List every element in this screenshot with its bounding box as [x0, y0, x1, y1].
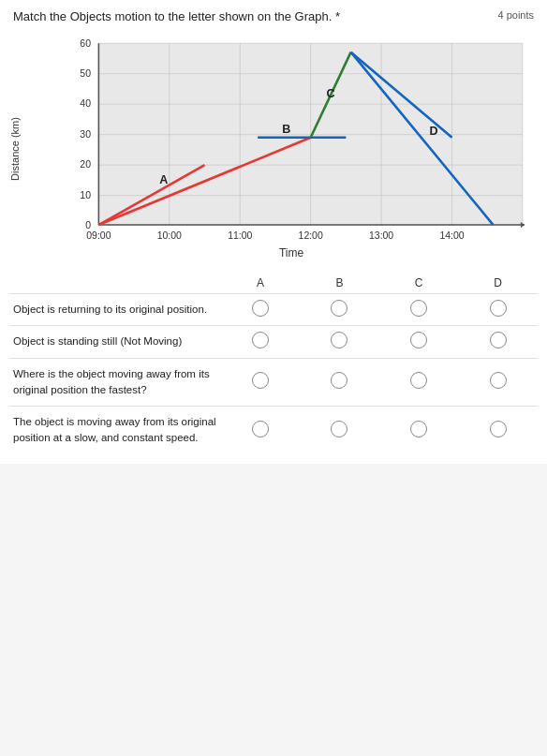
radio-cell-r2-c[interactable] [379, 358, 459, 407]
radio-btn-r2-b[interactable] [331, 372, 347, 389]
svg-text:50: 50 [80, 68, 91, 79]
question-text: Object is standing still (Not Moving) [9, 326, 221, 358]
table-row: Where is the object moving away from its… [9, 358, 538, 407]
svg-text:B: B [282, 123, 290, 136]
radio-cell-r2-d[interactable] [458, 358, 538, 407]
table-header-c: C [379, 271, 459, 294]
svg-text:14:00: 14:00 [439, 230, 464, 241]
radio-cell-r3-a[interactable] [221, 407, 301, 454]
svg-text:10: 10 [80, 190, 91, 200]
table-row: Object is standing still (Not Moving) [9, 326, 538, 358]
svg-text:0: 0 [85, 220, 91, 230]
svg-text:20: 20 [80, 159, 91, 170]
radio-btn-r0-b[interactable] [331, 300, 347, 317]
svg-text:12:00: 12:00 [299, 230, 323, 241]
radio-cell-r2-a[interactable] [221, 358, 301, 407]
svg-text:D: D [429, 125, 437, 138]
svg-text:40: 40 [80, 98, 91, 109]
table-header-d: D [458, 271, 538, 294]
table-row: The object is moving away from its origi… [9, 407, 538, 454]
svg-text:60: 60 [80, 38, 91, 49]
radio-btn-r3-d[interactable] [490, 421, 507, 437]
radio-cell-r3-d[interactable] [458, 407, 538, 454]
radio-btn-r0-c[interactable] [410, 300, 427, 317]
radio-btn-r1-c[interactable] [410, 332, 427, 348]
radio-cell-r1-d[interactable] [458, 326, 538, 358]
radio-btn-r0-d[interactable] [490, 300, 507, 317]
page-header: Match the Objects motion to the letter s… [0, 0, 547, 29]
radio-btn-r2-a[interactable] [252, 372, 269, 389]
radio-cell-r1-a[interactable] [221, 326, 301, 358]
chart-svg: 0 10 20 30 40 50 60 09:00 10:00 11:00 12… [49, 38, 545, 245]
question-text: Where is the object moving away from its… [9, 358, 221, 407]
radio-cell-r2-b[interactable] [300, 358, 379, 407]
radio-cell-r3-c[interactable] [379, 407, 459, 454]
radio-cell-r3-b[interactable] [300, 407, 379, 454]
svg-text:A: A [159, 173, 168, 186]
table-header-b: B [300, 271, 379, 294]
svg-text:13:00: 13:00 [369, 230, 393, 241]
radio-btn-r1-b[interactable] [331, 332, 347, 348]
chart-area: Distance (km) [0, 29, 547, 271]
page-title: Match the Objects motion to the letter s… [13, 9, 340, 23]
radio-btn-r1-d[interactable] [490, 332, 507, 348]
svg-text:11:00: 11:00 [228, 230, 252, 241]
svg-text:09:00: 09:00 [86, 230, 111, 241]
table-row: Object is returning to its original posi… [9, 294, 538, 326]
table-header-question [9, 271, 221, 294]
svg-text:C: C [326, 87, 334, 100]
radio-table: A B C D Object is returning to its origi… [9, 271, 538, 454]
radio-btn-r3-c[interactable] [410, 421, 427, 437]
points-label: 4 points [497, 9, 534, 21]
question-text: Object is returning to its original posi… [9, 294, 221, 326]
radio-btn-r0-a[interactable] [252, 300, 269, 317]
y-axis-label: Distance (km) [9, 117, 21, 181]
radio-cell-r0-a[interactable] [221, 294, 301, 326]
radio-cell-r1-c[interactable] [379, 326, 459, 358]
radio-cell-r1-b[interactable] [300, 326, 379, 358]
svg-text:10:00: 10:00 [157, 230, 182, 241]
radio-btn-r3-a[interactable] [252, 421, 269, 437]
x-axis-label: Time [49, 246, 534, 259]
radio-cell-r0-c[interactable] [379, 294, 459, 326]
radio-cell-r0-b[interactable] [300, 294, 379, 326]
radio-cell-r0-d[interactable] [458, 294, 538, 326]
radio-btn-r1-a[interactable] [252, 332, 269, 348]
radio-btn-r2-d[interactable] [490, 372, 507, 389]
question-text: The object is moving away from its origi… [9, 407, 221, 454]
radio-btn-r2-c[interactable] [410, 372, 427, 389]
table-section: A B C D Object is returning to its origi… [0, 271, 547, 464]
svg-text:30: 30 [80, 129, 91, 140]
radio-btn-r3-b[interactable] [331, 421, 347, 437]
table-header-a: A [221, 271, 301, 294]
chart-container: 0 10 20 30 40 50 60 09:00 10:00 11:00 12… [49, 38, 545, 245]
